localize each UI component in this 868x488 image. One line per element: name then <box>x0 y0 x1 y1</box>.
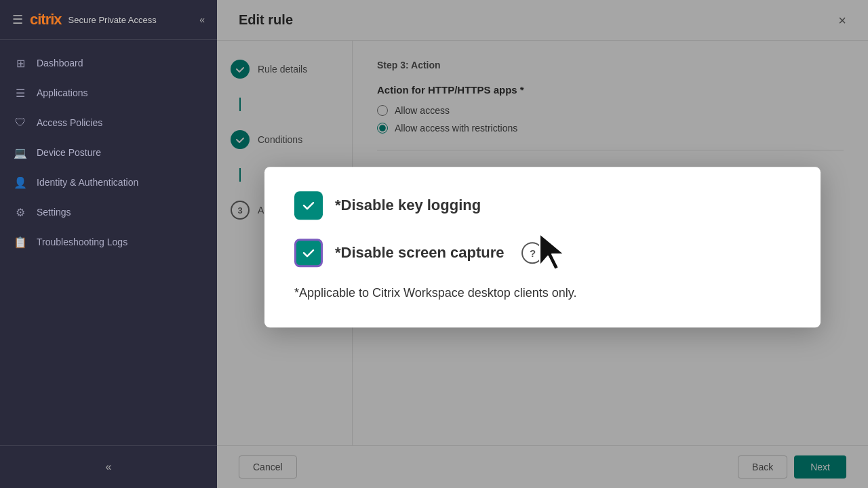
sidebar-collapse-bottom[interactable]: « <box>0 454 217 480</box>
settings-icon: ⚙ <box>14 205 27 219</box>
step-connector-1 <box>239 98 241 111</box>
footer-btn-group: Back Next <box>738 455 846 479</box>
allow-access-radio[interactable] <box>377 105 388 116</box>
hamburger-icon[interactable]: ☰ <box>12 12 23 27</box>
sidebar-item-label: Access Policies <box>37 117 102 128</box>
checkbox-disable-key-logging[interactable] <box>294 191 323 220</box>
sidebar-item-dashboard[interactable]: ⊞ Dashboard <box>0 48 217 78</box>
panel-header: Edit rule × <box>217 0 868 41</box>
popup-item-disable-key-logging: *Disable key logging <box>294 191 791 220</box>
popup-item-disable-screen-capture: *Disable screen capture ? <box>294 239 791 267</box>
back-button[interactable]: Back <box>738 455 787 479</box>
sidebar-nav: ⊞ Dashboard ☰ Applications 🛡 Access Poli… <box>0 40 217 445</box>
sidebar-item-label: Device Posture <box>37 147 101 158</box>
step-circle-done <box>231 60 250 79</box>
identity-icon: 👤 <box>14 176 27 189</box>
sidebar-item-settings[interactable]: ⚙ Settings <box>0 197 217 227</box>
step-circle-conditions <box>231 130 250 149</box>
checkbox-disable-screen-capture[interactable] <box>294 239 323 267</box>
panel-title: Edit rule <box>239 12 293 28</box>
sidebar-item-device-posture[interactable]: 💻 Device Posture <box>0 138 217 167</box>
allow-restrictions-label: Allow access with restrictions <box>395 123 517 134</box>
step-circle-actions: 3 <box>231 201 250 220</box>
dashboard-icon: ⊞ <box>14 56 27 70</box>
allow-access-label: Allow access <box>395 105 450 116</box>
shield-icon: 🛡 <box>14 116 27 129</box>
step-conditions: Conditions <box>231 130 338 149</box>
step-connector-2 <box>239 168 241 182</box>
logs-icon: 📋 <box>14 235 27 249</box>
cancel-button[interactable]: Cancel <box>239 455 297 479</box>
applications-icon: ☰ <box>14 86 27 100</box>
sidebar-item-troubleshooting[interactable]: 📋 Troubleshooting Logs <box>0 227 217 257</box>
next-button[interactable]: Next <box>794 455 846 479</box>
step-label-rule-details: Rule details <box>258 64 307 75</box>
section-divider-1 <box>377 150 844 150</box>
allow-restrictions-radio[interactable] <box>377 123 388 134</box>
radio-allow-with-restrictions[interactable]: Allow access with restrictions <box>377 123 844 134</box>
step-label-conditions: Conditions <box>258 134 302 145</box>
sidebar-header: ☰ citrix Secure Private Access « <box>0 0 217 40</box>
sidebar-item-label: Identity & Authentication <box>37 177 138 188</box>
sidebar-bottom: « <box>0 445 217 488</box>
sidebar-item-label: Troubleshooting Logs <box>37 237 127 247</box>
disable-key-logging-label: *Disable key logging <box>335 197 481 214</box>
sidebar-item-label: Dashboard <box>37 58 83 68</box>
device-icon: 💻 <box>14 146 27 159</box>
step-heading: Step 3: Action <box>377 60 844 70</box>
sidebar-item-access-policies[interactable]: 🛡 Access Policies <box>0 108 217 138</box>
popup-note: *Applicable to Citrix Workspace desktop … <box>294 286 791 300</box>
radio-allow-access[interactable]: Allow access <box>377 105 844 116</box>
main-content: Edit rule × Rule details Conditions <box>217 0 868 488</box>
popup-card: *Disable key logging *Disable screen cap… <box>264 167 821 327</box>
close-button[interactable]: × <box>838 14 846 27</box>
sidebar-collapse-top[interactable]: « <box>199 14 205 25</box>
step-rule-details: Rule details <box>231 60 338 79</box>
citrix-logo: citrix <box>30 11 62 28</box>
sidebar-item-label: Applications <box>37 87 88 98</box>
product-name: Secure Private Access <box>68 15 157 25</box>
sidebar: ☰ citrix Secure Private Access « ⊞ Dashb… <box>0 0 217 488</box>
http-section-label: Action for HTTP/HTTPS apps * <box>377 84 844 96</box>
sidebar-item-label: Settings <box>37 207 71 218</box>
disable-screen-capture-label: *Disable screen capture <box>335 244 504 262</box>
panel-footer: Cancel Back Next <box>217 445 868 488</box>
sidebar-item-identity-auth[interactable]: 👤 Identity & Authentication <box>0 167 217 197</box>
sidebar-item-applications[interactable]: ☰ Applications <box>0 78 217 108</box>
help-icon[interactable]: ? <box>521 242 543 264</box>
